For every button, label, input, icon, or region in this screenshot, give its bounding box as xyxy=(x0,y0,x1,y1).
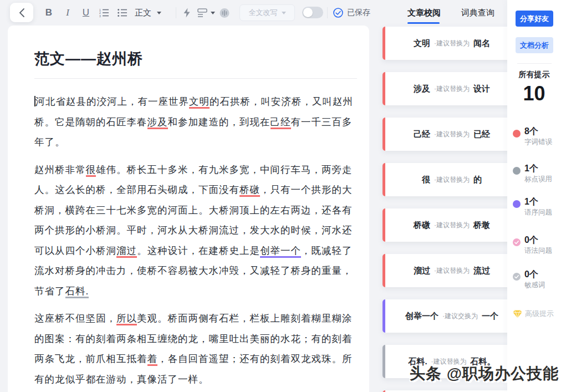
marked-error-text[interactable]: 石料. xyxy=(65,286,89,298)
suggestion-original: 己经 xyxy=(414,129,430,140)
suggestion-replacement[interactable]: 已经 xyxy=(473,129,490,140)
suggestion-card[interactable]: 涉及·建议替换为设计 xyxy=(382,72,507,105)
bullet-list-button[interactable] xyxy=(116,0,129,26)
suggestion-severity-bar xyxy=(382,208,385,242)
marked-error-text[interactable]: 很 xyxy=(86,164,96,177)
document-title[interactable]: 范文——赵州桥 xyxy=(34,49,357,69)
stat-label: 敏感词 xyxy=(524,281,560,290)
suggestion-severity-bar xyxy=(382,345,385,378)
back-button[interactable] xyxy=(10,3,33,22)
outline-icon xyxy=(197,8,207,18)
suggestion-original: 溜过 xyxy=(414,266,430,276)
paragraph-style-value: 正文 xyxy=(135,8,151,18)
stats-panel: 分享好友 文档分析 所有提示 10 8个字词错误1个标点误用1个语序问题0个语法… xyxy=(507,0,561,392)
italic-button[interactable]: I xyxy=(61,0,74,26)
suggestion-original: 创举一个 xyxy=(405,311,438,322)
stat-count: 1个 xyxy=(524,164,560,174)
suggestion-replacement[interactable]: 的 xyxy=(473,175,482,185)
suggestion-replacement[interactable]: 设计 xyxy=(473,84,490,94)
bold-button[interactable]: B xyxy=(42,0,55,26)
bullet-list-icon xyxy=(118,8,128,17)
marked-error-text[interactable]: 创举一个 xyxy=(260,245,301,258)
marked-error-text[interactable]: 所以 xyxy=(116,313,137,325)
rewrite-button[interactable]: 全文改写 xyxy=(239,4,295,21)
marked-error-text[interactable]: 溜过 xyxy=(116,245,137,258)
suggestion-replacement[interactable]: 流过 xyxy=(473,266,490,276)
suggestions-panel: 文明·建议替换为闻名涉及·建议替换为设计己经·建议替换为已经很·建议替换为的桥礅… xyxy=(369,0,507,392)
suggestion-original: 很 xyxy=(422,175,430,185)
category-dot-icon xyxy=(513,200,521,208)
check-circle-icon xyxy=(513,238,521,246)
stat-row-语序问题[interactable]: 1个语序问题 xyxy=(513,197,560,217)
suggestion-replacement[interactable]: 一个 xyxy=(482,311,498,322)
suggestion-action-label: ·建议替换为 xyxy=(434,266,470,276)
marked-error-text[interactable]: 己经 xyxy=(271,116,291,129)
marked-error-text[interactable]: 涉及 xyxy=(147,116,168,129)
chevron-down-icon[interactable] xyxy=(211,12,215,14)
paragraph-style-select[interactable]: 正文 xyxy=(135,0,161,26)
suggestion-replacement[interactable]: 桥墩 xyxy=(473,220,490,231)
doc-paragraph[interactable]: 赵州桥非常很雄伟。桥长五十多米，有九米多宽，中间行车马，两旁走人。这么长的桥，全… xyxy=(34,160,357,302)
saved-check-icon xyxy=(333,8,343,18)
toggle-knob xyxy=(303,8,313,17)
suggestion-card[interactable]: 溜过·建议替换为流过 xyxy=(382,254,507,287)
rewrite-label: 全文改写 xyxy=(249,8,278,18)
suggestion-severity-bar xyxy=(382,254,385,287)
stat-label: 字词错误 xyxy=(524,138,560,147)
premium-hints[interactable]: 高级提示 xyxy=(513,309,554,319)
doc-text: 河北省赵县的洨河上，有一座世界 xyxy=(35,96,190,107)
document-analysis-button[interactable]: 文档分析 xyxy=(516,37,553,53)
outline-button[interactable] xyxy=(197,8,207,18)
ordered-list-icon: 123 xyxy=(99,8,109,17)
stat-row-标点误用[interactable]: 1个标点误用 xyxy=(513,164,560,184)
suggestion-action-label: ·建议替换为 xyxy=(434,175,470,185)
suggestion-original: 涉及 xyxy=(414,84,430,94)
stat-row-敏感词[interactable]: 0个敏感词 xyxy=(513,269,560,290)
suggestion-severity-bar xyxy=(382,299,385,333)
stats-divider xyxy=(517,63,552,64)
stat-row-语法问题[interactable]: 0个语法问题 xyxy=(513,235,560,256)
voice-button[interactable] xyxy=(220,8,230,18)
marked-error-text[interactable]: 文明 xyxy=(189,96,210,109)
stat-count: 0个 xyxy=(524,235,560,245)
marked-error-text[interactable]: 着 xyxy=(147,353,158,366)
diamond-icon xyxy=(513,310,522,318)
stat-count: 1个 xyxy=(524,197,560,207)
svg-text:3: 3 xyxy=(99,14,101,18)
ordered-list-button[interactable]: 123 xyxy=(98,0,111,26)
lightning-button[interactable] xyxy=(183,8,193,18)
doc-paragraph[interactable]: 这座桥不但坚固，所以美观。桥面两侧有石栏，栏板上雕刻着糊里糊涂的图案：有的刻着两… xyxy=(34,308,357,389)
doc-text: 和参加建造的，到现在 xyxy=(168,116,271,128)
suggestion-replacement[interactable]: 石料。 xyxy=(471,357,496,367)
suggestion-action-label: ·建议替换为 xyxy=(431,357,467,366)
doc-text: 。这种设计，在建桥史上是 xyxy=(137,245,260,256)
suggestion-card[interactable]: 很·建议替换为的 xyxy=(382,163,507,196)
stat-label: 语法问题 xyxy=(524,246,560,256)
stat-count: 8个 xyxy=(524,126,560,136)
suggestion-card[interactable]: 文明·建议替换为闻名 xyxy=(382,27,507,60)
suggestion-action-label: ·建议交换为 xyxy=(442,312,478,321)
toolbar-divider xyxy=(327,7,328,18)
lightning-icon xyxy=(183,8,191,18)
suggestion-replacement[interactable]: 闻名 xyxy=(473,38,490,49)
stat-label: 标点误用 xyxy=(524,175,560,184)
suggestion-card[interactable]: 创举一个·建议交换为一个 xyxy=(382,299,507,333)
doc-paragraph[interactable]: 河北省赵县的洨河上，有一座世界文明的石拱桥，叫安济桥，又叫赵州桥。它是隋朝的石匠… xyxy=(34,91,357,152)
suggestion-card[interactable]: 石料.·建议替换为石料。 xyxy=(382,345,507,378)
marked-error-text[interactable]: 桥礅 xyxy=(239,184,260,197)
stats-title: 所有提示 xyxy=(507,70,561,80)
document-editor[interactable]: 范文——赵州桥 河北省赵县的洨河上，有一座世界文明的石拱桥，叫安济桥，又叫赵州桥… xyxy=(8,26,369,392)
toolbar-divider xyxy=(176,7,176,18)
save-status-label: 已保存 xyxy=(347,8,370,18)
suggestion-original: 石料. xyxy=(408,357,427,367)
title-divider xyxy=(34,78,357,79)
stat-row-字词错误[interactable]: 8个字词错误 xyxy=(513,126,560,147)
doc-text: 这座桥不但坚固， xyxy=(34,313,116,324)
chevron-left-icon xyxy=(19,8,25,17)
suggestion-card[interactable]: 桥礅·建议替换为桥墩 xyxy=(382,208,507,242)
underline-button[interactable]: U xyxy=(79,0,93,26)
suggestion-severity-bar xyxy=(382,163,385,196)
mode-toggle[interactable] xyxy=(302,7,323,18)
suggestion-card[interactable]: 己经·建议替换为已经 xyxy=(382,118,507,151)
share-button[interactable]: 分享好友 xyxy=(516,11,553,27)
